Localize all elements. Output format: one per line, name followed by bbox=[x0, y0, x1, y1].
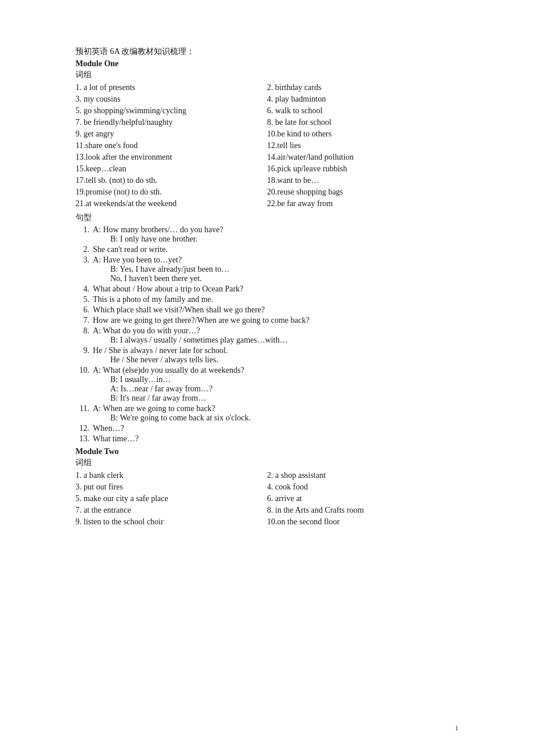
vocab-left: 1. a lot of presents bbox=[75, 82, 267, 93]
sentence-main: A: Have you been to…yet? bbox=[93, 255, 182, 264]
vocab-section-title: 词组 bbox=[75, 70, 459, 80]
vocab-left: 5. go shopping/swimming/cycling bbox=[75, 106, 267, 116]
sentence-content: This is a photo of my family and me. bbox=[93, 295, 459, 304]
vocab-right: 2. a shop assistant bbox=[267, 470, 459, 481]
sentence-sub: B: We're going to come back at six o'clo… bbox=[110, 413, 459, 423]
vocab-right: 2. birthday cards bbox=[267, 82, 459, 93]
vocab-left: 9. get angry bbox=[75, 129, 267, 139]
vocab-right: 8. be late for school bbox=[267, 117, 459, 128]
sentence-content: Which place shall we visit?/When shall w… bbox=[93, 305, 459, 315]
sentence-section-title: 句型 bbox=[75, 213, 459, 223]
list-item: 3.A: Have you been to…yet?B: Yes, I have… bbox=[75, 255, 459, 283]
sentence-main: She can't read or write. bbox=[93, 245, 168, 254]
sentence-number: 2. bbox=[75, 245, 89, 254]
vocab-left: 3. put out fires bbox=[75, 482, 267, 492]
vocab-left: 21.at weekends/at the weekend bbox=[75, 199, 267, 209]
list-item: 5.This is a photo of my family and me. bbox=[75, 295, 459, 304]
sentence-main: Which place shall we visit?/When shall w… bbox=[93, 305, 265, 314]
vocab-right: 22.be far away from bbox=[267, 199, 459, 209]
sentence-main: How are we going to get there?/When are … bbox=[93, 316, 309, 325]
page-title: 预初英语 6A 改编教材知识梳理： bbox=[75, 46, 459, 57]
sentence-list-module-one: 1.A: How many brothers/… do you have?B: … bbox=[75, 225, 459, 444]
list-item: 12.When…? bbox=[75, 424, 459, 433]
sentence-number: 3. bbox=[75, 255, 89, 265]
vocab-right: 10.on the second floor bbox=[267, 517, 459, 527]
vocab-left: 3. my cousins bbox=[75, 94, 267, 105]
sentence-content: She can't read or write. bbox=[93, 245, 459, 254]
list-item: 2.She can't read or write. bbox=[75, 245, 459, 254]
sentence-number: 9. bbox=[75, 346, 89, 355]
sentence-sub: B: I only have one brother. bbox=[110, 235, 459, 244]
sentence-sub: B: I usually…in… bbox=[110, 375, 459, 384]
sentence-content: What time…? bbox=[93, 434, 459, 444]
module-one-title: Module One bbox=[75, 59, 459, 69]
vocab-left: 17.tell sb. (not) to do sth. bbox=[75, 175, 267, 186]
sentence-number: 6. bbox=[75, 305, 89, 315]
sentence-number: 8. bbox=[75, 326, 89, 336]
sentence-sub: No, I haven't been there yet. bbox=[110, 274, 459, 283]
sentence-content: How are we going to get there?/When are … bbox=[93, 316, 459, 325]
sentence-number: 4. bbox=[75, 285, 89, 294]
page-container: 预初英语 6A 改编教材知识梳理： Module One 词组 1. a lot… bbox=[0, 0, 534, 577]
sentence-main: What time…? bbox=[93, 434, 139, 443]
sentence-content: A: When are we going to come back?B: We'… bbox=[93, 404, 459, 423]
sentence-number: 13. bbox=[75, 434, 89, 444]
vocab-left: 9. listen to the school choir bbox=[75, 517, 267, 527]
list-item: 10.A: What (else)do you usually do at we… bbox=[75, 366, 459, 403]
sentence-number: 11. bbox=[75, 404, 89, 413]
sentence-sub: B: It's near / far away from… bbox=[110, 394, 459, 403]
sentence-main: A: How many brothers/… do you have? bbox=[93, 225, 223, 234]
vocab-section-title-2: 词组 bbox=[75, 458, 459, 468]
sentence-sub: A: Is…near / far away from…? bbox=[110, 384, 459, 394]
sentence-sub: B: I always / usually / sometimes play g… bbox=[110, 336, 459, 345]
vocab-right: 4. cook food bbox=[267, 482, 459, 492]
module-two-title: Module Two bbox=[75, 447, 459, 456]
vocab-left: 5. make our city a safe place bbox=[75, 494, 267, 504]
sentence-number: 7. bbox=[75, 316, 89, 325]
vocab-grid-module-two: 1. a bank clerk2. a shop assistant3. put… bbox=[75, 470, 459, 527]
vocab-right: 8. in the Arts and Crafts room bbox=[267, 505, 459, 516]
vocab-left: 15.keep…clean bbox=[75, 164, 267, 174]
sentence-content: What about / How about a trip to Ocean P… bbox=[93, 285, 459, 294]
sentence-content: When…? bbox=[93, 424, 459, 433]
sentence-main: He / She is always / never late for scho… bbox=[93, 346, 228, 355]
sentence-main: When…? bbox=[93, 424, 124, 433]
sentence-content: A: What do you do with your…?B: I always… bbox=[93, 326, 459, 345]
list-item: 7.How are we going to get there?/When ar… bbox=[75, 316, 459, 325]
sentence-content: A: How many brothers/… do you have?B: I … bbox=[93, 225, 459, 244]
sentence-main: A: When are we going to come back? bbox=[93, 404, 215, 413]
vocab-right: 14.air/water/land pollution bbox=[267, 152, 459, 163]
vocab-left: 7. be friendly/helpful/naughty bbox=[75, 117, 267, 128]
sentence-number: 5. bbox=[75, 295, 89, 304]
vocab-left: 13.look after the environment bbox=[75, 152, 267, 163]
vocab-left: 11.share one's food bbox=[75, 141, 267, 151]
sentence-sub: B: Yes, I have already/just been to… bbox=[110, 265, 459, 274]
sentence-main: This is a photo of my family and me. bbox=[93, 295, 213, 304]
vocab-right: 20.reuse shopping bags bbox=[267, 187, 459, 197]
page-number: 1 bbox=[455, 723, 459, 733]
sentence-sub: He / She never / always tells lies. bbox=[110, 355, 459, 365]
sentence-content: He / She is always / never late for scho… bbox=[93, 346, 459, 365]
vocab-right: 6. arrive at bbox=[267, 494, 459, 504]
sentence-number: 10. bbox=[75, 366, 89, 375]
vocab-grid-module-one: 1. a lot of presents2. birthday cards3. … bbox=[75, 82, 459, 209]
vocab-left: 1. a bank clerk bbox=[75, 470, 267, 481]
list-item: 11.A: When are we going to come back?B: … bbox=[75, 404, 459, 423]
vocab-right: 16.pick up/leave rubbish bbox=[267, 164, 459, 174]
vocab-right: 12.tell lies bbox=[267, 141, 459, 151]
vocab-left: 19.promise (not) to do sth. bbox=[75, 187, 267, 197]
list-item: 6.Which place shall we visit?/When shall… bbox=[75, 305, 459, 315]
vocab-right: 10.be kind to others bbox=[267, 129, 459, 139]
sentence-content: A: What (else)do you usually do at weeke… bbox=[93, 366, 459, 403]
sentence-number: 1. bbox=[75, 225, 89, 235]
list-item: 8.A: What do you do with your…?B: I alwa… bbox=[75, 326, 459, 345]
vocab-right: 18.want to be… bbox=[267, 175, 459, 186]
sentence-main: What about / How about a trip to Ocean P… bbox=[93, 285, 243, 293]
list-item: 13.What time…? bbox=[75, 434, 459, 444]
sentence-number: 12. bbox=[75, 424, 89, 433]
sentence-main: A: What do you do with your…? bbox=[93, 326, 200, 335]
vocab-right: 6. walk to school bbox=[267, 106, 459, 116]
list-item: 1.A: How many brothers/… do you have?B: … bbox=[75, 225, 459, 244]
vocab-right: 4. play badminton bbox=[267, 94, 459, 105]
list-item: 9.He / She is always / never late for sc… bbox=[75, 346, 459, 365]
